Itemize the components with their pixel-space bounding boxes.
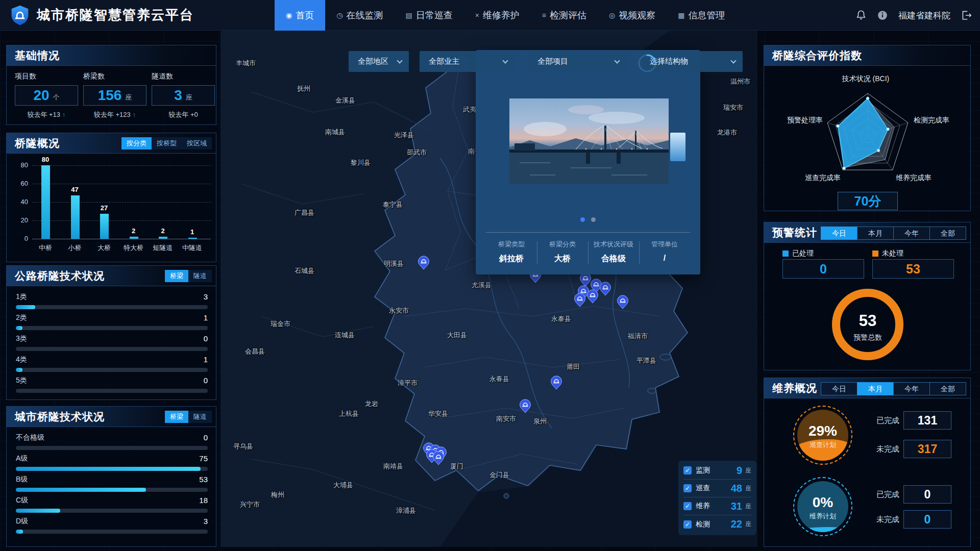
panel-basic-info: 基础情况 项目数20个较去年 +13↑桥梁数156座较去年 +123↑隧道数3座… <box>6 45 216 125</box>
panel-title: 维养概况 <box>772 382 817 394</box>
bridge-marker-5[interactable] <box>599 282 611 296</box>
tab-urban-1[interactable]: 桥梁 <box>165 411 188 423</box>
maintenance-tabs: 今日本月今年全部 <box>821 382 966 395</box>
maintenance-percent: 0% <box>797 494 848 511</box>
filter-1[interactable]: 全部地区 <box>349 51 409 72</box>
map-label-上杭县: 上杭县 <box>339 409 359 418</box>
main-nav: ◉首页◷在线监测▤日常巡查×维修养护≡检测评估◎视频观察▦信息管理 <box>275 0 736 31</box>
map-label-龙港市: 龙港市 <box>717 128 737 137</box>
stat-unit: 个 <box>53 93 60 102</box>
filter-2[interactable]: 全部业主 <box>420 51 514 72</box>
map-label-温州市: 温州市 <box>730 77 750 86</box>
done-label: 已完成 <box>864 416 899 425</box>
legend-row-巡查: ✓巡查48座 <box>683 480 751 497</box>
carousel-dot-1[interactable] <box>580 217 585 222</box>
map-label-华安县: 华安县 <box>428 409 448 418</box>
map-label-抚州: 抚州 <box>297 84 310 93</box>
checkbox-checked-icon[interactable]: ✓ <box>683 466 692 474</box>
gridline <box>32 220 211 221</box>
bridge-popup-card[interactable]: 桥梁类型斜拉桥桥梁分类大桥技术状况评级合格级管理单位/ <box>476 50 700 274</box>
legend-count: 22 <box>731 518 742 530</box>
stat-unit: 座 <box>186 93 192 102</box>
carousel-dot-2[interactable] <box>591 217 596 222</box>
map-label-莆田: 莆田 <box>567 362 580 371</box>
undone-label: 未完成 <box>864 444 899 454</box>
org-name[interactable]: 福建省建科院 <box>898 10 950 21</box>
nav-item-4[interactable]: ×维修养护 <box>464 0 531 31</box>
next-photo-thumbnail[interactable] <box>670 133 685 161</box>
bridge-marker-16[interactable] <box>432 451 445 465</box>
undone-label: 未完成 <box>864 515 899 524</box>
monitor-icon: ◷ <box>336 11 342 19</box>
category-bar-chart: 02040608080中桥47小桥27大桥2特大桥2短隧道1中隧道 <box>7 154 216 262</box>
map-label-永春县: 永春县 <box>489 374 509 384</box>
tab-maintenance-1[interactable]: 今日 <box>821 382 857 395</box>
field-separator <box>537 241 537 264</box>
nav-item-3[interactable]: ▤日常巡查 <box>394 0 463 31</box>
tab-maintenance-4[interactable]: 全部 <box>929 382 966 395</box>
condition-row-4类: 4类1 <box>16 355 208 372</box>
field-value: / <box>639 254 690 263</box>
tab-overview-2[interactable]: 按桥型 <box>152 137 182 149</box>
row-value: 75 <box>199 454 208 463</box>
maintenance-gauge: 0% 维养计划 <box>793 477 852 536</box>
tab-maintenance-2[interactable]: 本月 <box>857 382 894 395</box>
map-canvas[interactable]: 丰城市抚州金溪县南城县黎川县光泽县武夷山邵武市南平泰宁县广昌县石城县明溪县尤溪县… <box>220 31 757 547</box>
row-track <box>16 326 208 330</box>
row-label: 2类 <box>16 313 27 322</box>
nav-item-5[interactable]: ≡检测评估 <box>531 0 598 31</box>
bell-icon[interactable] <box>855 10 867 21</box>
field-label: 技术状况评级 <box>588 240 639 249</box>
map-label-大埔县: 大埔县 <box>333 481 353 490</box>
nav-item-7[interactable]: ▦信息管理 <box>667 0 736 31</box>
assess-icon: ≡ <box>542 11 546 19</box>
maintenance-done-count: 0 <box>903 485 951 504</box>
radar-chart: 技术状况 (BCI)检测完成率维养完成率巡查完成率预警处理率 <box>764 68 971 195</box>
tab-highway-1[interactable]: 桥梁 <box>165 270 188 282</box>
overview-tabs: 按分类按桥型按区域 <box>121 137 212 149</box>
checkbox-checked-icon[interactable]: ✓ <box>683 484 692 492</box>
checkbox-checked-icon[interactable]: ✓ <box>683 502 692 510</box>
loading-spinner-icon <box>636 52 658 74</box>
bridge-marker-8[interactable] <box>574 293 586 307</box>
map-label-南安市: 南安市 <box>496 414 516 423</box>
map-label-兴宁市: 兴宁市 <box>240 500 260 509</box>
x-tick-label: 中隧道 <box>178 243 207 253</box>
tab-maintenance-3[interactable]: 今年 <box>893 382 930 395</box>
row-value: 0 <box>204 433 208 442</box>
nav-item-1[interactable]: ◉首页 <box>275 0 325 31</box>
tab-highway-2[interactable]: 隧道 <box>188 270 212 282</box>
map-label-光泽县: 光泽县 <box>394 131 414 140</box>
map-label-邵武市: 邵武市 <box>407 148 427 157</box>
map-label-龙岩: 龙岩 <box>365 399 378 409</box>
bar-value-label: 2 <box>124 227 144 235</box>
bar-大桥 <box>100 214 109 239</box>
warning-donut-chart <box>764 222 971 371</box>
info-icon[interactable] <box>877 10 888 21</box>
bridge-marker-1[interactable] <box>418 256 430 270</box>
x-tick-label: 大桥 <box>90 243 118 253</box>
nav-item-6[interactable]: ◎视频观察 <box>598 0 667 31</box>
panel-title: 桥隧概况 <box>15 137 60 149</box>
row-label: B级 <box>16 475 28 484</box>
tab-overview-3[interactable]: 按区域 <box>182 137 212 149</box>
inspection-gauge: 29% 巡查计划 <box>793 406 852 465</box>
bridge-photo[interactable] <box>509 98 669 184</box>
tab-overview-1[interactable]: 按分类 <box>121 137 152 149</box>
nav-item-2[interactable]: ◷在线监测 <box>325 0 394 31</box>
patrol-icon: ▤ <box>405 11 412 19</box>
gridline <box>32 202 211 203</box>
stat-label: 项目数 <box>15 72 78 81</box>
filter-3[interactable]: 全部项目 <box>528 51 626 72</box>
tab-urban-2[interactable]: 隧道 <box>188 411 212 423</box>
logout-icon[interactable] <box>961 10 972 21</box>
bridge-marker-9[interactable] <box>617 295 629 309</box>
bridge-marker-10[interactable] <box>550 375 562 390</box>
checkbox-checked-icon[interactable]: ✓ <box>683 520 692 529</box>
bridge-marker-11[interactable] <box>519 399 531 413</box>
y-tick-label: 60 <box>8 180 28 187</box>
bridge-marker-7[interactable] <box>586 289 599 304</box>
stat-label: 桥梁数 <box>83 72 146 81</box>
stat-value: 20 <box>33 87 49 104</box>
legend-label: 监测 <box>696 466 737 475</box>
